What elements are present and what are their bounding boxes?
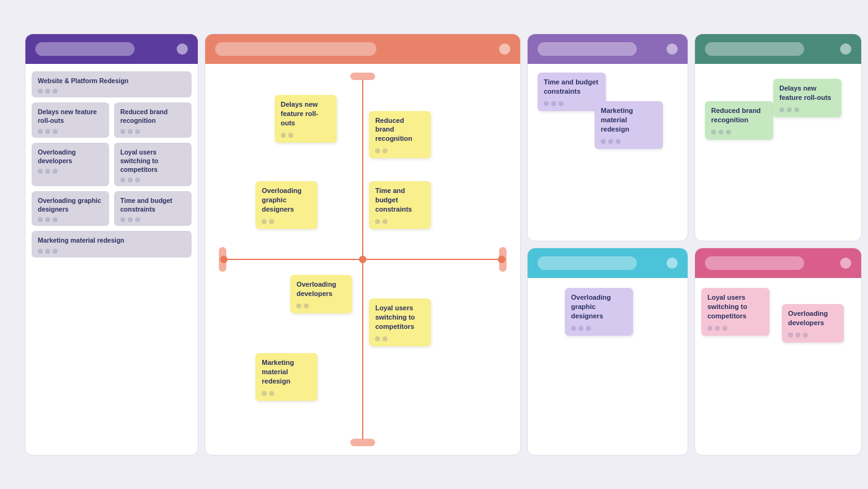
panel-4-body: Overloading graphic designers [528, 278, 688, 455]
note-marketing-redesign[interactable]: Marketing material redesign [32, 231, 192, 257]
p5-note-reduced-brand[interactable]: Reduced brand recognition [705, 101, 773, 140]
axis-left-dot [220, 256, 228, 263]
p6-note-overloading-devs[interactable]: Overloading developers [782, 304, 844, 343]
panel-1-header-dot [177, 43, 188, 55]
panel-6: Loyal users switching to competitors Ove… [694, 248, 862, 455]
matrix-note-overloading-designers[interactable]: Overloading graphic designers [255, 181, 317, 229]
matrix-note-marketing[interactable]: Marketing material redesign [255, 353, 317, 401]
panel-5-title-pill [705, 42, 804, 56]
panel-5-header-dot [840, 43, 851, 55]
axis-cap-bottom [350, 439, 375, 446]
panel-2-header [205, 34, 520, 64]
p3-note-marketing[interactable]: Marketing material redesign [595, 101, 663, 149]
note-reduced-brand[interactable]: Reduced brand recognition [114, 102, 192, 137]
main-canvas: Website & Platform Redesign Delays new f… [25, 34, 843, 455]
note-overloading-devs[interactable]: Overloading developers [32, 143, 109, 187]
note-delays-feature[interactable]: Delays new feature roll-outs [32, 102, 109, 137]
panel-6-header [695, 248, 861, 278]
panel-4-header [528, 248, 688, 278]
note-loyal-users[interactable]: Loyal users switching to competitors [114, 143, 192, 187]
panel-2-header-dot [499, 43, 510, 55]
panel-2-title-pill [215, 42, 376, 56]
axis-right-dot [498, 256, 505, 263]
matrix-note-overloading-devs[interactable]: Overloading developers [290, 275, 352, 313]
note-overloading-designers[interactable]: Overloading graphic designers [32, 191, 109, 226]
matrix-note-loyal-users[interactable]: Loyal users switching to competitors [369, 298, 431, 346]
p5-note-delays[interactable]: Delays new feature roll-outs [773, 79, 841, 117]
panel-4-title-pill [538, 256, 637, 270]
panel-6-header-dot [840, 258, 851, 269]
matrix-note-reduced-brand[interactable]: Reduced brand recognition [369, 111, 431, 159]
note-time-budget[interactable]: Time and budget constraints [114, 191, 192, 226]
axis-center-dot [359, 256, 366, 263]
panel-1-title-pill [35, 42, 135, 56]
panel-3-header [528, 34, 688, 64]
axis-cap-top [350, 73, 375, 80]
panel-1-body: Website & Platform Redesign Delays new f… [25, 64, 198, 265]
panel-3: Time and budget constraints Marketing ma… [527, 34, 688, 241]
panel-3-body: Time and budget constraints Marketing ma… [528, 64, 688, 241]
p6-note-loyal-users[interactable]: Loyal users switching to competitors [701, 288, 769, 336]
panel-2-body: Delays new feature roll-outs Reduced bra… [205, 64, 520, 455]
panel-6-title-pill [705, 256, 804, 270]
matrix-note-delays[interactable]: Delays new feature roll-outs [275, 95, 337, 143]
panel-6-body: Loyal users switching to competitors Ove… [695, 278, 861, 455]
p4-note-overloading-designers[interactable]: Overloading graphic designers [565, 288, 633, 336]
panel-5-body: Reduced brand recognition Delays new fea… [695, 64, 861, 241]
panel-5-header [695, 34, 861, 64]
panel-3-header-dot [666, 43, 678, 55]
panel-4-header-dot [666, 258, 678, 269]
panel-4: Overloading graphic designers [527, 248, 688, 455]
panel-1: Website & Platform Redesign Delays new f… [25, 34, 198, 455]
matrix-note-time-budget[interactable]: Time and budget constraints [369, 181, 431, 229]
note-website-redesign[interactable]: Website & Platform Redesign [32, 71, 192, 97]
panel-5: Reduced brand recognition Delays new fea… [694, 34, 862, 241]
panel-1-header [25, 34, 198, 64]
panel-3-title-pill [538, 42, 637, 56]
panel-2: Delays new feature roll-outs Reduced bra… [205, 34, 521, 455]
